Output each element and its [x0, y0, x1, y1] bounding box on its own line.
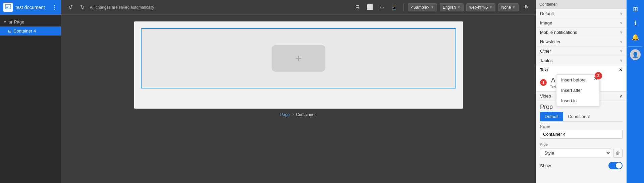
- text-a-icon: A: [551, 76, 555, 84]
- type-item-mobile-notifications[interactable]: Mobile notifications ∨: [536, 28, 627, 37]
- name-label: Name: [540, 124, 623, 128]
- breadcrumb-page-link[interactable]: Page: [280, 112, 289, 117]
- style-field-section: Style Style 🗑: [536, 140, 627, 159]
- breadcrumb-current: Container 4: [296, 112, 317, 117]
- chevron-down-icon: ▼: [512, 5, 516, 9]
- mobile-view-button[interactable]: 📱: [389, 3, 399, 12]
- sidebar-header: test document ⋮: [0, 0, 61, 15]
- context-menu: ✕ 2 Insert before Insert after Insert in: [556, 74, 600, 106]
- topbar-right: 🖥 ⬜ ▭ 📱 <Sample> ▼ English ▼ web-html5 ▼…: [353, 3, 531, 12]
- chevron-down-icon: ▼: [457, 5, 461, 9]
- avatar[interactable]: 👤: [630, 49, 641, 60]
- name-field-section: Name: [536, 122, 627, 140]
- format-dropdown[interactable]: web-html5 ▼: [466, 3, 495, 11]
- redo-button[interactable]: ↻: [78, 3, 87, 12]
- language-dropdown[interactable]: English ▼: [440, 3, 464, 11]
- type-item-image[interactable]: Image ∨: [536, 18, 627, 28]
- text-type-header[interactable]: Text ✕: [536, 65, 627, 74]
- insert-in-button[interactable]: Insert in: [556, 96, 599, 106]
- insert-after-button[interactable]: Insert after: [556, 85, 599, 96]
- type-item-default[interactable]: Default ∨: [536, 9, 627, 18]
- badge-2: 2: [595, 72, 602, 79]
- chevron-down-icon: ▼: [431, 5, 434, 9]
- style-label: Style: [540, 143, 623, 147]
- type-item-tables[interactable]: Tables ∨: [536, 56, 627, 65]
- main-area: ↺ ↻ All changes are saved automatically …: [61, 0, 536, 183]
- name-input[interactable]: [540, 130, 623, 139]
- canvas-area: + Page > Container 4: [61, 15, 536, 183]
- preview-button[interactable]: 👁: [521, 3, 531, 12]
- expand-icon: ∨: [620, 58, 623, 63]
- sidebar-item-page[interactable]: ▼ ⊞ Page: [0, 17, 61, 26]
- arrow-icon: ▼: [3, 20, 7, 24]
- style-select-row: Style 🗑: [540, 148, 623, 158]
- right-panel: Container Default ∨ Image ∨ Mobile notif…: [536, 0, 627, 183]
- sidebar-nav: ▼ ⊞ Page ⊟ Container 4: [0, 15, 61, 38]
- show-label: Show: [540, 163, 551, 168]
- far-right-panel: ⊞ ℹ 🔔 👤: [627, 0, 644, 183]
- show-toggle[interactable]: [608, 162, 623, 169]
- type-item-newsletter[interactable]: Newsletter ∨: [536, 37, 627, 47]
- autosave-text: All changes are saved automatically: [90, 5, 349, 10]
- info-button[interactable]: ℹ: [627, 17, 644, 29]
- separator: [628, 46, 642, 47]
- expand-icon: ∨: [620, 21, 623, 25]
- expand-icon: ∨: [620, 49, 623, 53]
- text-type-button[interactable]: A Text: [550, 76, 556, 88]
- text-icons-section: 1 A Text ¶ Paragraph ✕ 2 Insert before I…: [536, 74, 627, 91]
- type-item-text: Text ✕ 1 A Text ¶ Paragraph ✕ 2 Insert: [536, 65, 627, 92]
- container-block[interactable]: +: [141, 28, 456, 88]
- none-dropdown[interactable]: None ▼: [498, 3, 519, 11]
- canvas-frame: +: [134, 21, 463, 109]
- sidebar-item-container4[interactable]: ⊟ Container 4: [0, 26, 61, 36]
- tablet-view-button[interactable]: ⬜: [365, 3, 375, 12]
- collapse-icon: ✕: [619, 67, 623, 72]
- style-delete-button[interactable]: 🗑: [613, 149, 623, 158]
- plus-icon: +: [296, 52, 302, 65]
- badge-1: 1: [540, 79, 547, 86]
- expand-icon: ∨: [619, 94, 623, 99]
- props-tabs: Default Conditional: [540, 112, 623, 122]
- desktop-view-button[interactable]: 🖥: [353, 3, 362, 12]
- sidebar-item-label: Container 4: [13, 28, 36, 34]
- style-select[interactable]: Style: [540, 148, 611, 158]
- page-icon: ⊞: [9, 20, 12, 24]
- expand-icon: ∨: [620, 11, 623, 16]
- sidebar-menu-button[interactable]: ⋮: [52, 4, 58, 10]
- breadcrumb-separator: >: [291, 112, 294, 117]
- grid-button[interactable]: ⊞: [627, 3, 644, 15]
- container-header-label: Container: [539, 2, 557, 7]
- expand-icon: ∨: [620, 40, 623, 44]
- document-title: test document: [15, 5, 49, 10]
- tablet-landscape-button[interactable]: ▭: [378, 3, 386, 11]
- sidebar-item-label: Page: [14, 19, 24, 24]
- show-row: Show: [536, 159, 627, 172]
- type-item-other[interactable]: Other ∨: [536, 47, 627, 56]
- expand-icon: ∨: [620, 30, 623, 35]
- sidebar: test document ⋮ ▼ ⊞ Page ⊟ Container 4: [0, 0, 61, 183]
- app-logo: [3, 3, 13, 12]
- right-panel-header: Container: [536, 0, 627, 9]
- notifications-button[interactable]: 🔔: [627, 31, 644, 44]
- chevron-down-icon: ▼: [489, 5, 493, 9]
- tab-conditional[interactable]: Conditional: [563, 112, 594, 121]
- breadcrumb: Page > Container 4: [273, 109, 323, 121]
- add-content-button[interactable]: +: [272, 45, 325, 72]
- container-icon: ⊟: [8, 29, 11, 34]
- undo-button[interactable]: ↺: [66, 3, 75, 12]
- topbar: ↺ ↻ All changes are saved automatically …: [61, 0, 536, 15]
- tab-default[interactable]: Default: [540, 112, 563, 121]
- properties-section: Prop Default Conditional Name Style Styl…: [536, 101, 627, 183]
- toggle-knob: [616, 163, 622, 169]
- type-list: Default ∨ Image ∨ Mobile notifications ∨…: [536, 9, 627, 101]
- sample-dropdown[interactable]: <Sample> ▼: [408, 3, 437, 11]
